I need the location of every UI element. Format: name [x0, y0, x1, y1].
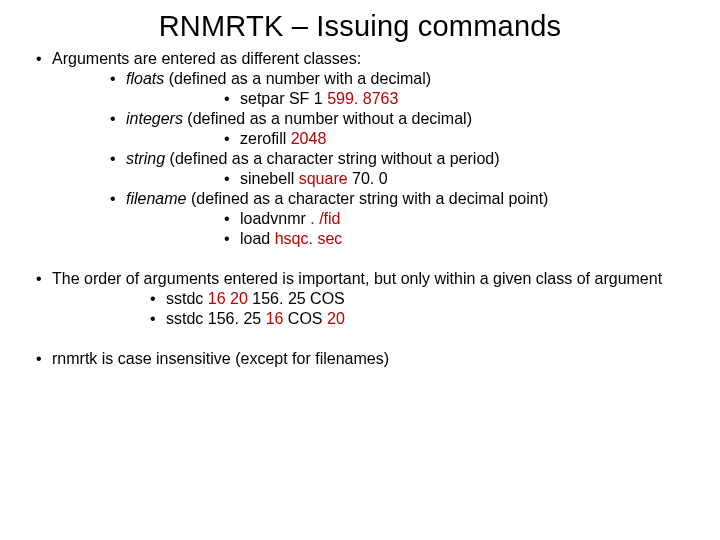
example-string: sinebell square 70. 0 — [240, 169, 700, 189]
label: string — [126, 150, 165, 167]
def: (defined as a number without a decimal) — [183, 110, 472, 127]
a: sstdc 156. 25 — [166, 310, 266, 327]
val: square — [299, 170, 348, 187]
text: The order of arguments entered is import… — [52, 270, 662, 287]
example-order-1: sstdc 16 20 156. 25 COS — [166, 289, 700, 309]
def: (defined as a character string without a… — [165, 150, 499, 167]
c: COS — [283, 310, 327, 327]
main-list-2: The order of arguments entered is import… — [20, 269, 700, 329]
b: 16 — [266, 310, 284, 327]
val: 2048 — [291, 130, 327, 147]
example-order-2: sstdc 156. 25 16 COS 20 — [166, 309, 700, 329]
cmd: zerofill — [240, 130, 291, 147]
label: integers — [126, 110, 183, 127]
bullet-arguments-classes: Arguments are entered as different class… — [52, 49, 700, 249]
example-filename-1: loadvnmr . /fid — [240, 209, 700, 229]
bullet-case-insensitive: rnmrtk is case insensitive (except for f… — [52, 349, 700, 369]
spacer — [20, 329, 700, 347]
def: (defined as a number with a decimal) — [164, 70, 431, 87]
bullet-filename: filename (defined as a character string … — [126, 189, 700, 249]
example-integers: zerofill 2048 — [240, 129, 700, 149]
tail: 70. 0 — [348, 170, 388, 187]
slide-title: RNMRTK – Issuing commands — [20, 10, 700, 43]
example-filename-2: load hsqc. sec — [240, 229, 700, 249]
cmd: setpar SF 1 — [240, 90, 327, 107]
label: filename — [126, 190, 186, 207]
a: sstdc — [166, 290, 208, 307]
b: 16 20 — [208, 290, 248, 307]
bullet-integers: integers (defined as a number without a … — [126, 109, 700, 149]
example-floats: setpar SF 1 599. 8763 — [240, 89, 700, 109]
bullet-string: string (defined as a character string wi… — [126, 149, 700, 189]
spacer — [20, 249, 700, 267]
text: rnmrtk is case insensitive (except for f… — [52, 350, 389, 367]
def: (defined as a character string with a de… — [186, 190, 548, 207]
d: 20 — [327, 310, 345, 327]
val: hsqc. sec — [275, 230, 343, 247]
bullet-floats: floats (defined as a number with a decim… — [126, 69, 700, 109]
cmd: sinebell — [240, 170, 299, 187]
text: Arguments are entered as different class… — [52, 50, 361, 67]
slide: RNMRTK – Issuing commands Arguments are … — [0, 0, 720, 540]
cmd: loadvnmr — [240, 210, 310, 227]
bullet-order: The order of arguments entered is import… — [52, 269, 700, 329]
main-list-3: rnmrtk is case insensitive (except for f… — [20, 349, 700, 369]
val: 599. 8763 — [327, 90, 398, 107]
val: . /fid — [310, 210, 340, 227]
main-list: Arguments are entered as different class… — [20, 49, 700, 249]
cmd: load — [240, 230, 275, 247]
c: 156. 25 COS — [248, 290, 345, 307]
label: floats — [126, 70, 164, 87]
